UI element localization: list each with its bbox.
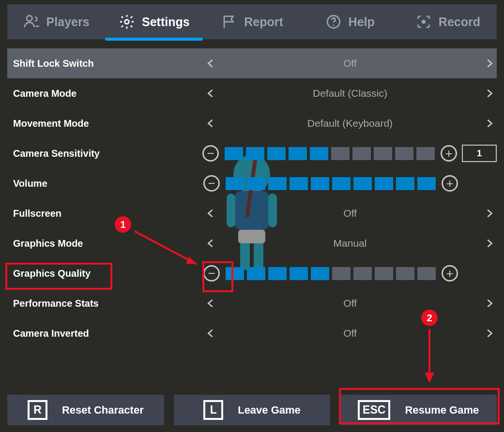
slider-cell	[268, 177, 287, 190]
slider-cell	[352, 147, 371, 160]
increase-camera_sens-button[interactable]: +	[441, 145, 457, 162]
slider-cell	[396, 177, 414, 190]
slider-cell	[268, 267, 287, 280]
setting-control: Default (Keyboard)	[203, 116, 497, 131]
leave-game-button[interactable]: L Leave Game	[174, 395, 331, 425]
slider-cell	[416, 147, 435, 160]
setting-control: −+	[203, 175, 497, 192]
annotation-callout-1: 1	[115, 216, 131, 233]
decrease-camera_sens-button[interactable]: −	[202, 145, 219, 162]
setting-control: Manual	[203, 236, 497, 251]
slider-cell	[353, 177, 372, 190]
reset-character-button[interactable]: R Reset Character	[7, 395, 164, 425]
setting-row-fullscreen: FullscreenOff	[7, 198, 497, 228]
tab-record[interactable]: Record	[399, 4, 497, 39]
annotation-box-resume	[339, 388, 500, 424]
slider-cell	[247, 177, 265, 190]
setting-label: Volume	[7, 178, 203, 189]
next-fullscreen-button[interactable]	[482, 206, 497, 221]
setting-label: Graphics Mode	[7, 238, 203, 249]
next-perf_stats-button[interactable]	[482, 296, 497, 311]
prev-graphics_mode-button[interactable]	[203, 236, 218, 251]
slider-camera_sens[interactable]	[225, 147, 435, 160]
setting-value: Off	[218, 208, 482, 219]
setting-row-shift_lock: Shift Lock SwitchOff	[7, 48, 497, 78]
svg-point-11	[422, 20, 426, 24]
tab-label: Record	[439, 15, 480, 29]
slider-cell	[353, 267, 372, 280]
setting-value: Off	[218, 298, 482, 309]
setting-label: Shift Lock Switch	[7, 58, 203, 69]
annotation-box-minus	[202, 261, 233, 292]
setting-value: Off	[218, 328, 482, 339]
increase-volume-button[interactable]: +	[442, 175, 458, 192]
button-label: Leave Game	[238, 404, 301, 417]
slider-volume[interactable]	[226, 177, 436, 190]
slider-cell	[331, 147, 350, 160]
setting-label: Performance Stats	[7, 298, 203, 309]
settings-panel: Shift Lock SwitchOffCamera ModeDefault (…	[7, 48, 497, 348]
svg-point-10	[333, 25, 334, 26]
flag-icon	[221, 14, 237, 30]
prev-shift_lock-button[interactable]	[203, 56, 218, 71]
slider-cell	[310, 147, 328, 160]
annotation-callout-2: 2	[421, 310, 438, 326]
help-icon	[325, 14, 342, 30]
setting-control: Off	[203, 296, 497, 311]
slider-cell	[226, 177, 244, 190]
tab-label: Settings	[142, 15, 190, 29]
setting-control: Default (Classic)	[203, 86, 497, 101]
next-shift_lock-button[interactable]	[482, 56, 497, 71]
next-movement_mode-button[interactable]	[482, 116, 497, 131]
prev-movement_mode-button[interactable]	[203, 116, 218, 131]
slider-cell	[374, 147, 392, 160]
increase-graphics_quality-button[interactable]: +	[442, 265, 458, 282]
setting-control: Off	[203, 206, 497, 221]
prev-camera_mode-button[interactable]	[203, 86, 218, 101]
tab-help[interactable]: Help	[301, 4, 399, 39]
slider-cell	[417, 177, 436, 190]
tab-label: Players	[46, 15, 90, 29]
hotkey-badge: R	[28, 400, 47, 420]
slider-cell	[396, 267, 414, 280]
svg-point-8	[125, 20, 129, 24]
tab-report[interactable]: Report	[203, 4, 301, 39]
prev-camera_inverted-button[interactable]	[203, 326, 218, 341]
prev-fullscreen-button[interactable]	[203, 206, 218, 221]
setting-label: Fullscreen	[7, 208, 203, 219]
setting-row-camera_mode: Camera ModeDefault (Classic)	[7, 78, 497, 108]
tab-bar: Players Settings Report Help Record	[7, 4, 497, 39]
next-camera_mode-button[interactable]	[482, 86, 497, 101]
slider-cell	[332, 267, 351, 280]
record-icon	[415, 14, 432, 30]
setting-row-volume: Volume−+	[7, 168, 497, 198]
slider-cell	[267, 147, 286, 160]
setting-label: Camera Sensitivity	[7, 148, 202, 159]
decrease-volume-button[interactable]: −	[203, 175, 220, 192]
slider-cell	[311, 267, 329, 280]
tab-players[interactable]: Players	[7, 4, 105, 39]
camera_sens-input[interactable]	[462, 145, 497, 162]
next-graphics_mode-button[interactable]	[482, 236, 497, 251]
svg-marker-15	[425, 372, 434, 383]
annotation-box-graphics-quality	[5, 263, 112, 290]
setting-row-camera_sens: Camera Sensitivity−+	[7, 138, 497, 168]
tab-settings[interactable]: Settings	[105, 4, 203, 39]
button-label: Reset Character	[62, 404, 144, 417]
slider-cell	[375, 177, 393, 190]
slider-cell	[375, 267, 393, 280]
setting-value: Off	[218, 58, 482, 69]
setting-value: Default (Keyboard)	[218, 118, 482, 129]
setting-label: Movement Mode	[7, 118, 203, 129]
hotkey-badge: L	[203, 400, 223, 420]
slider-cell	[225, 147, 243, 160]
slider-cell	[289, 147, 307, 160]
setting-value: Manual	[218, 238, 482, 249]
prev-perf_stats-button[interactable]	[203, 296, 218, 311]
slider-graphics_quality[interactable]	[226, 267, 436, 280]
next-camera_inverted-button[interactable]	[482, 326, 497, 341]
gear-icon	[119, 14, 135, 30]
setting-label: Camera Mode	[7, 88, 203, 99]
setting-row-graphics_mode: Graphics ModeManual	[7, 228, 497, 258]
slider-cell	[417, 267, 436, 280]
